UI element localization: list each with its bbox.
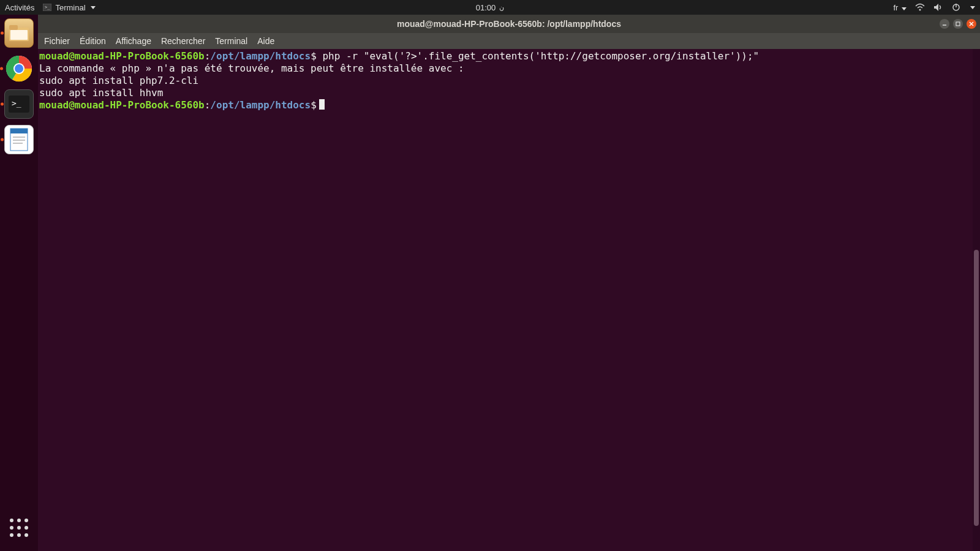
menu-terminal[interactable]: Terminal (215, 36, 247, 46)
minimize-button[interactable] (940, 19, 949, 29)
chevron-down-icon (970, 6, 975, 9)
show-applications-button[interactable] (4, 513, 34, 542)
svg-text:>_: >_ (12, 99, 21, 108)
terminal-content[interactable]: mouad@mouad-HP-ProBook-6560b:/opt/lampp/… (38, 49, 980, 551)
app-menu-label: Terminal (55, 3, 85, 12)
svg-text:>_: >_ (45, 5, 50, 10)
clock-time: 01:00 (476, 3, 496, 12)
menu-rechercher[interactable]: Rechercher (161, 36, 205, 46)
gnome-top-panel: Activités >_ Terminal 01:00 ن fr (0, 0, 980, 15)
svg-point-2 (919, 9, 921, 11)
prompt-line-1: mouad@mouad-HP-ProBook-6560b:/opt/lampp/… (39, 50, 979, 62)
writer-app-icon[interactable] (4, 125, 34, 154)
menu-edition[interactable]: Édition (80, 36, 106, 46)
ubuntu-dock: >_ (0, 15, 38, 551)
wifi-icon[interactable] (915, 3, 925, 12)
svg-rect-7 (9, 25, 18, 30)
terminal-window: mouad@mouad-HP-ProBook-6560b: /opt/lampp… (38, 15, 980, 551)
clock[interactable]: 01:00 ن (476, 3, 505, 12)
window-title: mouad@mouad-HP-ProBook-6560b: /opt/lampp… (397, 19, 621, 29)
keyboard-layout-indicator[interactable]: fr (893, 3, 907, 12)
chevron-down-icon (91, 6, 96, 9)
maximize-button[interactable] (953, 19, 963, 29)
svg-rect-15 (10, 129, 28, 133)
chevron-down-icon (902, 7, 907, 10)
activities-button[interactable]: Activités (5, 3, 34, 12)
error-line: La commande « php » n'a pas été trouvée,… (39, 62, 979, 75)
close-button[interactable] (967, 19, 976, 29)
menu-fichier[interactable]: Fichier (44, 36, 70, 46)
app-menu[interactable]: >_ Terminal (43, 3, 95, 12)
menu-affichage[interactable]: Affichage (116, 36, 151, 46)
suggestion-line-1: sudo apt install php7.2-cli (39, 75, 979, 87)
power-icon[interactable] (952, 3, 960, 12)
terminal-small-icon: >_ (43, 4, 51, 11)
suggestion-line-2: sudo apt install hhvm (39, 87, 979, 99)
terminal-menubar: Fichier Édition Affichage Rechercher Ter… (38, 33, 980, 49)
window-controls (940, 19, 976, 29)
menu-aide[interactable]: Aide (257, 36, 274, 46)
scrollbar-thumb[interactable] (974, 250, 979, 526)
volume-icon[interactable] (933, 3, 943, 12)
svg-rect-8 (10, 30, 28, 40)
window-titlebar[interactable]: mouad@mouad-HP-ProBook-6560b: /opt/lampp… (38, 15, 980, 33)
files-app-icon[interactable] (4, 18, 34, 48)
svg-point-11 (15, 64, 23, 73)
svg-marker-3 (934, 4, 938, 11)
text-cursor (319, 99, 325, 110)
clock-notif-icon: ن (499, 4, 504, 12)
chrome-app-icon[interactable] (4, 54, 34, 83)
terminal-app-icon[interactable]: >_ (4, 89, 34, 119)
terminal-scrollbar[interactable] (973, 49, 980, 551)
prompt-line-2: mouad@mouad-HP-ProBook-6560b:/opt/lampp/… (39, 99, 979, 111)
svg-rect-20 (956, 22, 960, 26)
